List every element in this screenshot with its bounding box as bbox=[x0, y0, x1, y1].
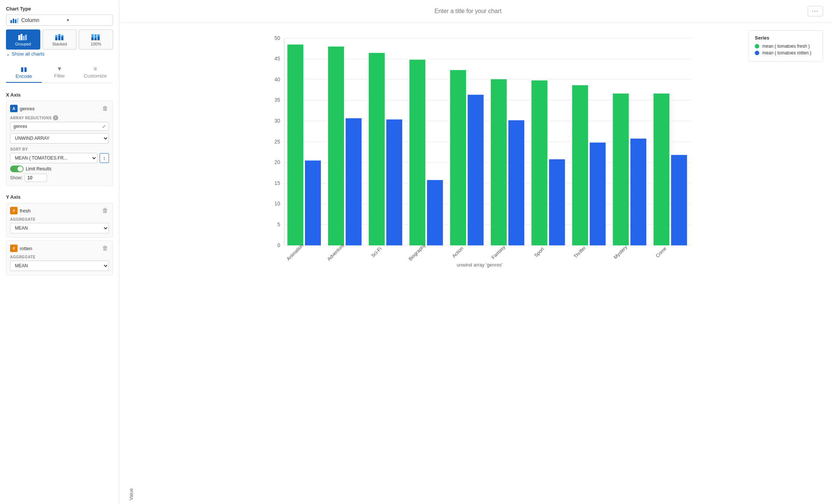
customize-label: Customize bbox=[84, 73, 106, 79]
svg-text:40: 40 bbox=[275, 76, 281, 82]
chart-type-title: Chart Type bbox=[6, 6, 113, 12]
bar-adventure-rotten bbox=[345, 118, 362, 245]
grouped-label: Grouped bbox=[15, 42, 31, 46]
tab-filter[interactable]: ▼ Filter bbox=[42, 63, 78, 83]
bar-biography-fresh bbox=[409, 60, 425, 245]
limit-results-row: Limit Results bbox=[10, 166, 109, 172]
chart-with-axes: Value .grid-line { stroke: #e8e8e8; stro… bbox=[128, 30, 823, 500]
x-field-name: genres bbox=[20, 106, 99, 111]
unwind-array-select[interactable]: UNWIND ARRAY bbox=[10, 133, 109, 144]
sort-direction-btn[interactable]: ↕ bbox=[100, 153, 109, 163]
bar-chart-svg: .grid-line { stroke: #e8e8e8; stroke-wid… bbox=[136, 30, 823, 261]
bar-mystery-fresh bbox=[613, 94, 629, 245]
sort-by-select[interactable]: MEAN ( TOMATOES.FR... bbox=[10, 153, 97, 163]
chart-type-buttons: Grouped Stacked bbox=[6, 29, 113, 50]
svg-rect-10 bbox=[58, 36, 60, 40]
svg-text:25: 25 bbox=[275, 139, 281, 145]
svg-text:20: 20 bbox=[275, 159, 281, 165]
svg-text:45: 45 bbox=[275, 56, 281, 62]
bar-biography-rotten bbox=[427, 180, 443, 245]
label-action: Action bbox=[451, 246, 465, 259]
svg-rect-0 bbox=[10, 20, 12, 23]
show-value-input[interactable] bbox=[25, 174, 47, 182]
rotten-type-icon: # bbox=[10, 245, 18, 252]
bar-action-rotten bbox=[467, 95, 484, 245]
svg-text:5: 5 bbox=[277, 221, 280, 227]
svg-rect-9 bbox=[55, 35, 57, 37]
array-field-row: genres ⤢ bbox=[10, 122, 109, 131]
legend-item-fresh: mean ( tomatoes fresh ) bbox=[755, 44, 817, 49]
svg-rect-11 bbox=[58, 34, 60, 36]
rotten-delete-btn[interactable]: 🗑 bbox=[101, 245, 109, 252]
bar-animation-fresh bbox=[287, 44, 303, 245]
stacked-btn[interactable]: Stacked bbox=[43, 29, 77, 50]
filter-label: Filter bbox=[54, 73, 65, 79]
bar-sport-rotten bbox=[549, 159, 565, 245]
label-mystery: Mystery bbox=[613, 244, 629, 260]
chart-type-section: Chart Type Column ▾ Grouped bbox=[6, 6, 113, 58]
bar-crime-fresh bbox=[654, 94, 670, 245]
tab-customize[interactable]: ≡ Customize bbox=[77, 63, 113, 83]
x-axis-label: unwind array 'genres' bbox=[136, 262, 823, 268]
chart-type-chevron: ▾ bbox=[67, 18, 109, 23]
label-scifi: Sci-Fi bbox=[370, 246, 383, 259]
bar-fantasy-rotten bbox=[508, 120, 524, 246]
chart-type-dropdown[interactable]: Column ▾ bbox=[6, 15, 113, 26]
bar-sport-fresh bbox=[531, 81, 547, 246]
column-chart-icon bbox=[10, 17, 18, 23]
svg-rect-1 bbox=[13, 19, 14, 23]
encode-icon: ▮▮ bbox=[21, 66, 27, 73]
label-thriller: Thriller bbox=[573, 245, 587, 259]
chart-type-label: Column bbox=[21, 17, 64, 23]
legend-dot-fresh bbox=[755, 44, 759, 48]
chart-canvas-area: Series mean ( tomatoes fresh ) mean ( to… bbox=[119, 23, 832, 504]
svg-rect-2 bbox=[15, 19, 16, 23]
fresh-aggregate-select[interactable]: MEAN bbox=[10, 223, 109, 233]
fresh-label: fresh bbox=[20, 208, 99, 214]
tab-encode[interactable]: ▮▮ Encode bbox=[6, 63, 42, 83]
bar-adventure-fresh bbox=[328, 47, 344, 245]
svg-text:10: 10 bbox=[275, 201, 281, 207]
100pct-label: 100% bbox=[91, 42, 101, 46]
label-sport: Sport bbox=[533, 246, 545, 258]
array-reductions-label: ARRAY REDUCTIONS i bbox=[10, 115, 109, 120]
sidebar: Chart Type Column ▾ Grouped bbox=[0, 0, 119, 504]
bar-action-fresh bbox=[450, 70, 466, 245]
legend-item-rotten: mean ( tomatoes rotten ) bbox=[755, 50, 817, 56]
fresh-delete-btn[interactable]: 🗑 bbox=[101, 207, 109, 214]
show-all-chevron: ⌄ bbox=[6, 51, 10, 57]
customize-icon: ≡ bbox=[94, 66, 97, 72]
y-axis-label: Value bbox=[128, 30, 134, 500]
legend-dot-rotten bbox=[755, 51, 759, 55]
show-all-charts-link[interactable]: ⌄ Show all charts bbox=[6, 51, 113, 57]
legend-label-rotten: mean ( tomatoes rotten ) bbox=[762, 50, 811, 56]
x-axis-section: X Axis A genres 🗑 ARRAY REDUCTIONS i gen… bbox=[6, 92, 113, 190]
expand-icon: ⤢ bbox=[102, 124, 106, 129]
x-field-delete-btn[interactable]: 🗑 bbox=[101, 105, 109, 112]
chart-header: ··· bbox=[119, 0, 832, 23]
svg-text:0: 0 bbox=[277, 242, 280, 248]
svg-text:50: 50 bbox=[275, 35, 281, 41]
grouped-btn[interactable]: Grouped bbox=[6, 29, 40, 50]
bar-scifi-fresh bbox=[369, 53, 385, 245]
svg-rect-8 bbox=[55, 37, 57, 40]
rotten-aggregate-select[interactable]: MEAN bbox=[10, 261, 109, 271]
svg-rect-15 bbox=[91, 34, 94, 37]
chart-title-input[interactable] bbox=[128, 8, 808, 15]
show-row: Show: bbox=[10, 174, 109, 182]
svg-rect-17 bbox=[94, 34, 97, 38]
limit-results-toggle[interactable] bbox=[10, 166, 24, 172]
100pct-icon bbox=[91, 33, 101, 40]
array-field-tag: genres ⤢ bbox=[10, 122, 109, 131]
y-field-fresh: # fresh 🗑 AGGREGATE MEAN bbox=[6, 203, 113, 237]
rotten-field-row: # rotten 🗑 bbox=[10, 245, 109, 252]
more-options-btn[interactable]: ··· bbox=[808, 6, 823, 16]
100pct-btn[interactable]: 100% bbox=[79, 29, 113, 50]
limit-results-label: Limit Results bbox=[26, 166, 51, 171]
rotten-aggregate-label: AGGREGATE bbox=[10, 255, 109, 259]
bar-fantasy-fresh bbox=[491, 79, 507, 245]
bar-thriller-rotten bbox=[590, 142, 606, 245]
rotten-label: rotten bbox=[20, 246, 99, 251]
svg-text:30: 30 bbox=[275, 118, 281, 124]
x-axis-config: A genres 🗑 ARRAY REDUCTIONS i genres ⤢ U… bbox=[6, 101, 113, 186]
